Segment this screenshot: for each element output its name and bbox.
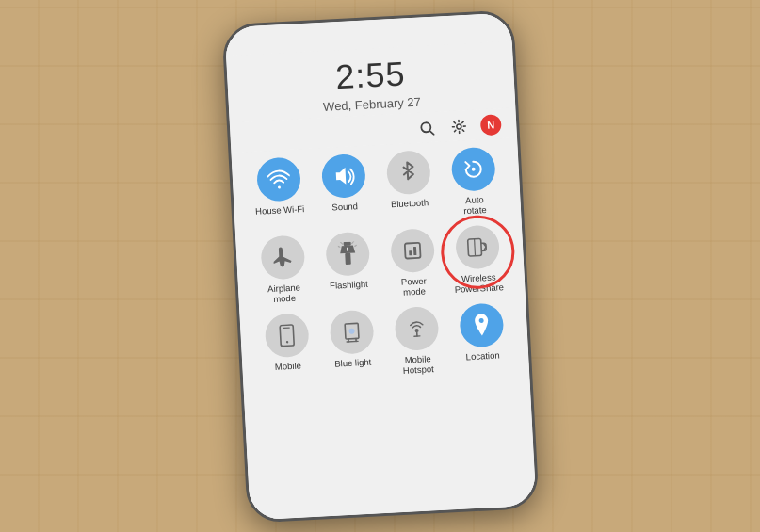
- settings-icon[interactable]: [447, 115, 469, 137]
- tile-blue-light[interactable]: Blue light: [320, 308, 382, 379]
- tile-label-bluetooth: Bluetooth: [390, 197, 429, 209]
- tile-label-mobile-hotspot: MobileHotspot: [402, 352, 434, 375]
- tile-mobile-hotspot[interactable]: MobileHotspot: [385, 305, 447, 377]
- tile-label-mobile: Mobile: [274, 360, 301, 372]
- svg-rect-5: [343, 241, 350, 245]
- svg-rect-12: [404, 242, 420, 258]
- tile-icon-mobile-hotspot: [393, 305, 438, 350]
- svg-rect-13: [408, 250, 411, 255]
- tile-icon-house-wifi: [255, 156, 300, 202]
- tile-power-mode[interactable]: Powermode: [381, 227, 444, 298]
- tile-flashlight[interactable]: Flashlight: [316, 231, 379, 302]
- tile-label-power-mode: Powermode: [400, 275, 427, 298]
- svg-line-11: [354, 245, 356, 246]
- tile-label-location: Location: [465, 349, 499, 362]
- tile-auto-rotate[interactable]: Autorotate: [443, 146, 505, 218]
- phone-wrapper: 2:55 Wed, February 27 N: [221, 9, 539, 523]
- tile-icon-auto-rotate: [450, 146, 495, 191]
- tile-label-auto-rotate: Autorotate: [462, 194, 486, 217]
- svg-rect-6: [344, 252, 350, 264]
- svg-point-0: [421, 122, 431, 133]
- tiles-row-1: House Wi-Fi Sound: [244, 145, 507, 227]
- tiles-row-2: Airplanemode: [249, 223, 511, 305]
- svg-line-8: [340, 241, 342, 243]
- svg-line-10: [337, 246, 339, 247]
- svg-line-9: [351, 241, 353, 243]
- svg-marker-3: [334, 167, 345, 184]
- tile-label-wireless-powershare: WirelessPowerShare: [453, 270, 503, 294]
- phone-screen: 2:55 Wed, February 27 N: [224, 12, 536, 520]
- tile-icon-flashlight: [324, 231, 369, 276]
- svg-line-17: [474, 238, 475, 255]
- tile-icon-mobile: [264, 312, 309, 357]
- svg-point-19: [285, 340, 288, 343]
- tiles-container: House Wi-Fi Sound: [231, 137, 536, 520]
- svg-line-1: [429, 130, 433, 134]
- tile-airplane-mode[interactable]: Airplanemode: [251, 234, 314, 305]
- svg-point-26: [413, 328, 417, 331]
- svg-point-4: [471, 167, 475, 170]
- tiles-row-3: Mobile Blue l: [252, 301, 515, 383]
- tile-icon-power-mode: [389, 227, 434, 272]
- tile-icon-wireless-powershare: [454, 224, 499, 269]
- tile-bluetooth[interactable]: Bluetooth: [378, 149, 440, 220]
- tile-label-flashlight: Flashlight: [329, 278, 367, 291]
- phone-body: 2:55 Wed, February 27 N: [221, 9, 539, 523]
- tile-house-wifi[interactable]: House Wi-Fi: [248, 155, 310, 227]
- svg-point-2: [456, 123, 461, 128]
- tile-label-sound: Sound: [331, 201, 358, 213]
- tile-icon-bluetooth: [385, 150, 430, 195]
- tile-icon-location: [458, 301, 503, 347]
- svg-point-25: [348, 328, 353, 333]
- notification-avatar[interactable]: N: [479, 114, 501, 136]
- tile-sound[interactable]: Sound: [313, 153, 375, 224]
- search-icon[interactable]: [415, 117, 437, 138]
- tile-icon-sound: [320, 153, 365, 198]
- tile-mobile[interactable]: Mobile: [256, 312, 318, 383]
- tile-label-blue-light: Blue light: [333, 356, 371, 368]
- svg-rect-15: [408, 247, 411, 250]
- tile-wireless-powershare[interactable]: WirelessPowerShare: [446, 223, 509, 295]
- tile-location[interactable]: Location: [450, 301, 512, 373]
- tile-icon-blue-light: [328, 309, 373, 354]
- tile-label-house-wifi: House Wi-Fi: [254, 203, 304, 217]
- svg-rect-14: [412, 246, 415, 254]
- tile-icon-airplane-mode: [259, 234, 304, 280]
- tile-label-airplane-mode: Airplanemode: [267, 282, 300, 305]
